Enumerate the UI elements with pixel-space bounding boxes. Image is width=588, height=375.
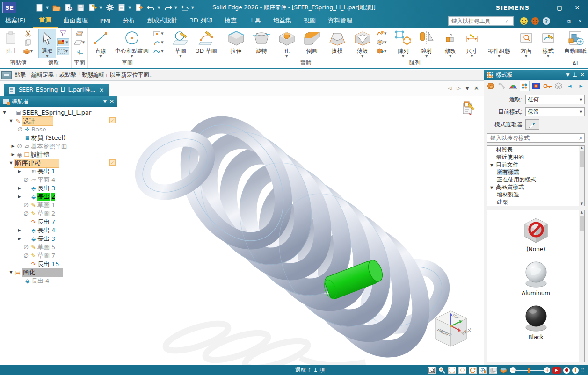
style-panel-close-icon[interactable]: ✕ <box>580 72 585 78</box>
material-swatch-list[interactable]: (None) Aluminum <box>487 210 585 362</box>
rectangle-tool-icon[interactable]: ▼ <box>152 29 165 37</box>
style-list-scrollbar[interactable]: ▲▼ <box>579 146 584 206</box>
repeat-icon[interactable] <box>181 3 189 12</box>
line-button[interactable]: 直線 ▼ <box>90 29 111 58</box>
doc-close-button[interactable]: ✕ <box>576 18 584 24</box>
tab-view[interactable]: 視圖 <box>298 14 322 28</box>
plane-axes-icon[interactable] <box>73 47 86 55</box>
tree-item-root[interactable]: ▼▣ SEER_ESpring_LI_L.par <box>0 108 117 117</box>
visible-eye-icon[interactable]: ◉ <box>16 151 23 159</box>
list-item-high-quality[interactable]: ▼高品質樣式 <box>487 183 584 191</box>
face-style-icon[interactable] <box>486 81 495 91</box>
edit-document-icon[interactable] <box>88 3 97 12</box>
tab-examine[interactable]: 檢查 <box>218 14 243 28</box>
list-item-additive[interactable]: 增材製造 <box>487 191 584 198</box>
normal-feature-icon[interactable]: ▼ <box>376 38 388 46</box>
recent-documents-icon[interactable] <box>64 3 73 12</box>
tree-item-simplify-protrusion-4[interactable]: ⬙ 長出4 <box>0 277 117 285</box>
layers-icon[interactable] <box>554 81 563 91</box>
tree-item-design-body[interactable]: ▶◉❏ 設計體 <box>0 151 117 159</box>
list-item-material-table[interactable]: 材質表 <box>487 146 584 153</box>
repeat-caret[interactable]: ▼ <box>191 6 194 10</box>
list-item-coating-chromate[interactable]: 塗層-鉻酸陽極化 <box>487 206 584 206</box>
close-file-icon[interactable] <box>134 3 143 12</box>
round-button[interactable]: 倒圓 <box>300 29 324 56</box>
pan-icon[interactable] <box>489 367 497 374</box>
list-item-current-document[interactable]: ▼目前文件 <box>487 161 584 168</box>
rotate-view-icon[interactable] <box>469 367 477 374</box>
undo-caret[interactable]: ▼ <box>157 6 160 10</box>
tab-list-caret-icon[interactable]: ▼ <box>465 85 469 91</box>
redo-caret[interactable]: ▼ <box>174 6 177 10</box>
fit-width-icon[interactable] <box>458 367 466 374</box>
maximize-button[interactable]: ▢ <box>554 4 565 11</box>
document-tab[interactable]: SEER_ESpring_LI_L.par[唯... ✕ <box>4 84 109 96</box>
fit-icon[interactable] <box>448 367 456 374</box>
select-button[interactable]: 選取 ▼ <box>38 29 56 58</box>
view-style-icon[interactable] <box>500 367 508 374</box>
close-button[interactable]: ✕ <box>572 4 583 11</box>
gradient-style-icon[interactable] <box>531 81 541 91</box>
tree-item-simplify[interactable]: ▼▤ 簡化 <box>0 268 117 277</box>
tree-item-sketch-2[interactable]: ∅✎ 草圖2 <box>0 209 117 218</box>
spline-tool-icon[interactable]: ▼ <box>152 47 165 55</box>
style-panel-menu-caret[interactable]: ▼ <box>566 72 570 77</box>
part-config-button[interactable]: 零件組態 ▼ <box>485 29 513 58</box>
feedback-sad-icon[interactable] <box>531 17 539 25</box>
properties-caret[interactable]: ▼ <box>128 6 131 10</box>
list-item-styles-in-use[interactable]: 正在使用的樣式 <box>487 176 584 183</box>
sketch-view-icon[interactable] <box>479 367 487 374</box>
tab-scroll-right-icon[interactable]: ▷ <box>457 85 460 91</box>
hidden-eye-icon[interactable]: ∅ <box>16 142 23 151</box>
read-only-edit-icon[interactable] <box>461 101 475 117</box>
hidden-eye-icon[interactable]: ∅ <box>22 201 29 209</box>
tool-search-input[interactable] <box>450 17 506 25</box>
extrude-button[interactable]: 拉伸 <box>224 29 248 56</box>
material-none[interactable]: (None) <box>487 217 584 252</box>
tree-item-protrusion-1[interactable]: ▶≋ 長出1 <box>0 167 117 176</box>
document-tab-close-icon[interactable]: ✕ <box>99 87 104 94</box>
zoom-area-icon[interactable] <box>428 367 436 374</box>
current-style-dropdown[interactable]: 保留▼ <box>525 107 585 116</box>
hidden-eye-icon[interactable]: ∅ <box>16 125 23 134</box>
tab-tools[interactable]: 工具 <box>243 14 267 28</box>
tab-generative-design[interactable]: 創成式設計 <box>141 14 184 28</box>
tab-data-management[interactable]: 資料管理 <box>322 14 358 28</box>
dimension-button[interactable]: 尺寸 ▼ <box>463 29 481 58</box>
more-planes-icon[interactable]: ▼ <box>73 38 86 46</box>
material-black[interactable]: Black <box>487 303 584 340</box>
add-body-icon[interactable]: ▼ <box>376 47 388 55</box>
tab-surfacing[interactable]: 曲面處理 <box>58 14 94 28</box>
design-checkbox[interactable]: ✓ <box>109 117 116 123</box>
select-options-icon[interactable]: ▼ <box>57 38 69 46</box>
new-document-caret[interactable]: ▼ <box>46 6 49 10</box>
style-search-box[interactable]: ⌕ <box>487 133 585 143</box>
tool-search-box[interactable]: ⌕ <box>448 16 514 26</box>
style-button[interactable]: 樣式 ▼ <box>539 29 557 58</box>
ordered-checkbox[interactable]: ✓ <box>109 159 116 166</box>
record-button[interactable] <box>563 367 570 374</box>
spring-model[interactable] <box>117 96 484 365</box>
style-picker-button[interactable] <box>525 119 539 130</box>
help-icon[interactable]: ? <box>543 17 550 25</box>
list-item-all-styles[interactable]: 所有樣式 <box>487 168 584 176</box>
list-item-recent[interactable]: 最近使用的 <box>487 153 584 161</box>
material-list-scrollbar[interactable]: ▲ <box>579 210 584 362</box>
tab-inspect[interactable]: 分析 <box>117 14 141 28</box>
properties-icon[interactable] <box>117 3 126 12</box>
style-category-list[interactable]: 材質表 最近使用的 ▼目前文件 所有樣式 正在使用的樣式 ▼高品質樣式 增材製造… <box>487 145 585 206</box>
tree-item-ref-planes[interactable]: ▶∅▱ 基本參照平面 <box>0 142 117 151</box>
select-box-icon[interactable]: ▼ <box>57 47 69 55</box>
key-icon[interactable] <box>543 81 552 91</box>
material-aluminum[interactable]: Aluminum <box>487 259 584 296</box>
sketch-button[interactable]: 草圖 ▼ <box>169 29 192 58</box>
doc-minimize-button[interactable]: – <box>554 18 561 24</box>
zoom-in-icon[interactable]: + <box>544 367 550 373</box>
styles-tab-icon[interactable] <box>520 81 529 91</box>
list-item-architecture[interactable]: 建築 <box>487 198 584 206</box>
zoom-slider[interactable]: − + <box>510 367 550 373</box>
feedback-happy-icon[interactable] <box>520 17 528 25</box>
style-search-input[interactable] <box>489 134 579 142</box>
save-icon[interactable] <box>76 3 85 12</box>
zoom-icon[interactable] <box>438 367 446 374</box>
